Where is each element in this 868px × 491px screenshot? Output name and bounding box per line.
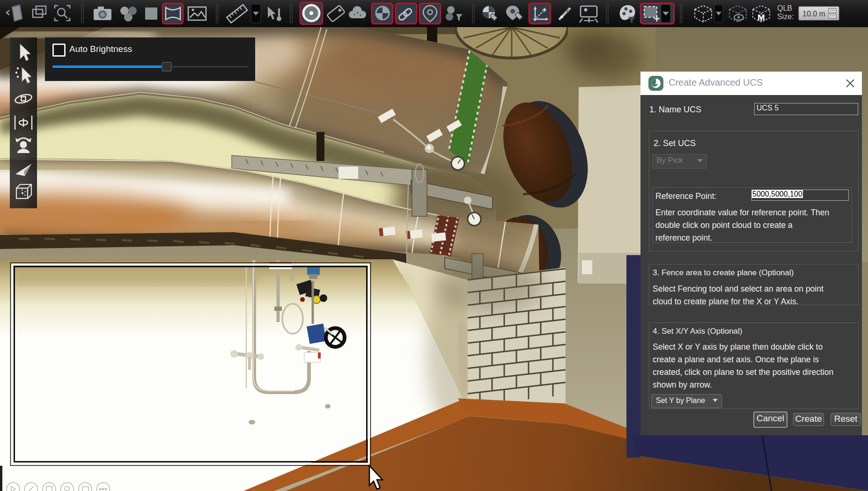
svg-text:QLB: QLB <box>777 4 792 12</box>
svg-text:10.0 m: 10.0 m <box>802 10 825 18</box>
svg-text:M: M <box>758 13 765 22</box>
svg-text:Size:: Size: <box>777 13 794 21</box>
